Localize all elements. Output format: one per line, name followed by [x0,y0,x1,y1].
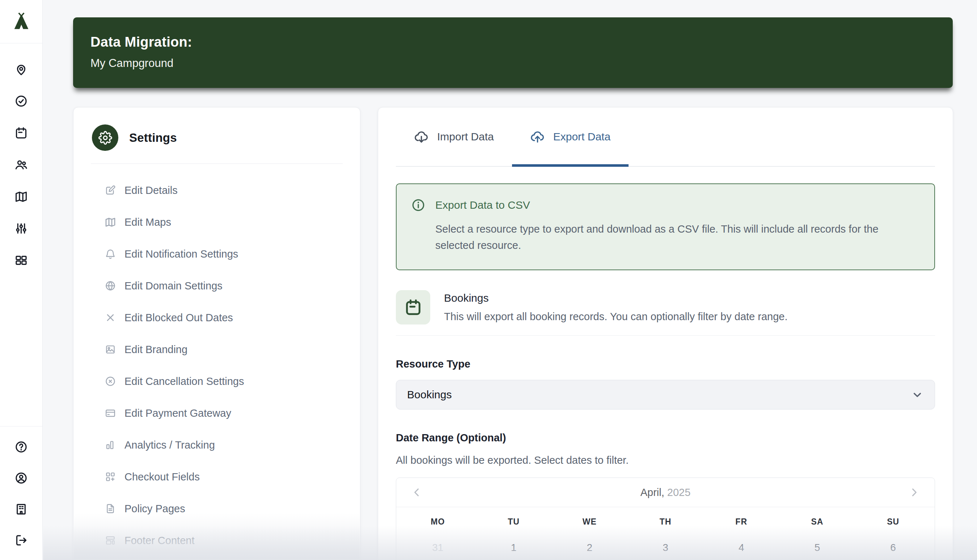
tab-export-data[interactable]: Export Data [512,107,629,166]
map-icon[interactable] [15,190,28,203]
calendar-day-cell[interactable]: 1 [476,530,552,553]
settings-item-edit-blocked-out-dates[interactable]: Edit Blocked Out Dates [73,302,360,333]
image-icon [105,344,116,355]
globe-icon [105,280,116,292]
building-icon[interactable] [15,502,28,516]
menu-item-label: Checkout Fields [125,471,200,483]
settings-header: Settings [73,107,360,151]
settings-badge [92,125,118,151]
calendar-next-button chevron-right-icon[interactable] [908,486,920,498]
settings-item-policy-pages[interactable]: Policy Pages [73,493,360,525]
users-icon[interactable] [15,158,28,172]
settings-item-edit-payment-gateway[interactable]: Edit Payment Gateway [73,397,360,429]
calendar-year: 2025 [667,487,691,498]
resource-summary: Bookings This will export all booking re… [396,290,935,325]
bell-icon [105,248,116,260]
resource-type-label: Resource Type [396,358,935,370]
tab-import-data[interactable]: Import Data [396,107,512,166]
calendar-icon[interactable] [15,126,28,140]
rail-bottom-nav [0,426,42,560]
date-range-calendar: April, 2025 MO TU WE TH FR SA SU 31 1 2 … [396,478,935,560]
export-info-box: Export Data to CSV Select a resource typ… [396,183,935,270]
date-range-hint: All bookings will be exported. Select da… [396,453,935,467]
settings-panel: Settings Edit Details Edit Maps Edit Not… [73,107,360,560]
menu-item-label: Footer Content [125,535,194,547]
calendar-day-cell[interactable]: 2 [552,530,627,553]
calendar-day-cell[interactable]: 6 [855,530,931,553]
settings-item-edit-notification-settings[interactable]: Edit Notification Settings [73,238,360,270]
map-icon [105,216,116,228]
calendar-prev-button chevron-left-icon[interactable] [411,486,423,498]
menu-item-label: Edit Branding [125,344,187,356]
help-circle-icon[interactable] [15,440,28,453]
menu-item-label: Policy Pages [125,503,185,515]
settings-item-edit-domain-settings[interactable]: Edit Domain Settings [73,270,360,302]
calendar-day-cell[interactable]: 5 [779,530,855,553]
bookings-icon-tile [396,290,430,325]
banner-title: Data Migration: [90,34,935,50]
menu-item-label: Edit Blocked Out Dates [125,312,233,324]
info-box-title: Export Data to CSV [435,199,530,211]
resource-summary-title: Bookings [444,291,787,305]
menu-item-label: Edit Payment Gateway [125,407,231,419]
cloud-upload-icon [530,130,545,144]
menu-item-label: Analytics / Tracking [125,439,215,451]
icon-sidebar [0,0,43,560]
settings-item-edit-branding[interactable]: Edit Branding [73,333,360,365]
calendar-month: April, [640,487,664,498]
file-text-icon [105,503,116,514]
x-circle-icon [105,375,116,387]
calendar-day-cell[interactable]: 3 [627,530,704,553]
settings-menu: Edit Details Edit Maps Edit Notification… [73,164,360,557]
date-range-label: Date Range (Optional) [396,432,935,444]
settings-item-edit-cancellation-settings[interactable]: Edit Cancellation Settings [73,365,360,397]
cloud-download-icon [414,130,429,144]
layout-footer-icon [105,535,116,546]
day-header: MO [400,507,476,530]
tent-icon [12,12,31,32]
calendar-day-cell[interactable]: 4 [704,530,779,553]
data-migration-banner: Data Migration: My Campground [73,17,953,88]
resource-summary-texts: Bookings This will export all booking re… [444,290,787,323]
info-icon [411,198,425,212]
resource-type-value: Bookings [407,388,452,401]
grid-plus-icon [105,471,116,483]
location-pin-icon[interactable] [15,63,28,76]
day-header: TH [627,507,704,530]
gear-icon [98,131,112,145]
calendar-month-title: April, 2025 [640,487,691,498]
day-header: SA [779,507,855,530]
grid-icon[interactable] [15,253,28,267]
settings-item-analytics-tracking[interactable]: Analytics / Tracking [73,429,360,461]
day-header: TU [476,507,552,530]
tab-label: Import Data [437,131,494,143]
day-header: WE [552,507,627,530]
chevron-down-icon [911,388,924,401]
app-window: Data Migration: My Campground Settings E… [0,0,977,560]
info-box-body: Select a resource type to export and dow… [435,221,920,253]
info-box-header: Export Data to CSV [411,198,920,212]
calendar-week-row: 31 1 2 3 4 5 6 [396,530,935,553]
account-circle-icon[interactable] [15,472,28,485]
app-logo[interactable] [0,0,42,43]
resource-type-select[interactable]: Bookings [396,380,935,410]
clock-check-icon[interactable] [15,94,28,108]
day-header: FR [704,507,779,530]
menu-item-label: Edit Details [125,185,178,197]
settings-item-footer-content[interactable]: Footer Content [73,525,360,557]
calendar-day-headers: MO TU WE TH FR SA SU [396,507,935,530]
settings-item-checkout-fields[interactable]: Checkout Fields [73,461,360,493]
data-migration-panel: Import Data Export Data Export Data to C… [378,107,953,560]
credit-card-icon [105,407,116,419]
rail-nav [15,43,28,426]
x-icon [105,312,116,323]
menu-item-label: Edit Maps [125,216,171,228]
tab-bar: Import Data Export Data [396,107,935,167]
logout-icon[interactable] [15,533,28,547]
sliders-icon[interactable] [15,222,28,235]
day-header: SU [855,507,931,530]
calendar-day-cell[interactable]: 31 [400,530,476,553]
settings-item-edit-details[interactable]: Edit Details [73,174,360,206]
bar-chart-icon [105,439,116,451]
settings-item-edit-maps[interactable]: Edit Maps [73,206,360,238]
